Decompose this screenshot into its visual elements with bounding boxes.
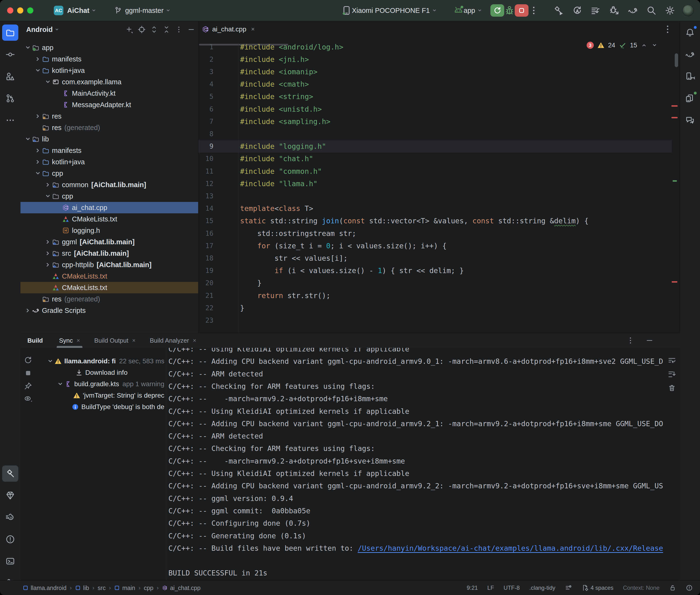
- code-line-12[interactable]: 12#include "llama.h": [198, 177, 680, 190]
- status-9-21[interactable]: 9:21: [467, 585, 478, 591]
- minus-icon[interactable]: [187, 26, 195, 34]
- chevron-down-icon[interactable]: [44, 192, 52, 200]
- branch-name[interactable]: ggml-master: [125, 7, 163, 15]
- tree-item-kotlin-java[interactable]: kotlin+java: [21, 65, 198, 76]
- code-line-15[interactable]: 15static std::string join(const std::vec…: [198, 215, 680, 227]
- project-view-selector[interactable]: Android: [26, 26, 53, 34]
- change-stripe-mark[interactable]: [673, 180, 677, 182]
- prev-problem-icon[interactable]: [640, 42, 648, 49]
- editor[interactable]: ai_chat.cpp × 1#include <android/log.h>2…: [198, 21, 680, 333]
- status-lf[interactable]: LF: [487, 585, 494, 591]
- tree-item-res[interactable]: res(generated): [21, 122, 198, 133]
- code-line-22[interactable]: 22}: [198, 302, 680, 314]
- tool-strip-project[interactable]: [2, 25, 18, 41]
- chevron-down-icon[interactable]: [34, 66, 42, 75]
- chevron-right-icon[interactable]: [44, 261, 52, 269]
- close-tab-icon[interactable]: ×: [251, 26, 255, 33]
- rerun-button[interactable]: [491, 4, 504, 17]
- build-tab-build-output[interactable]: Build Output×: [93, 333, 137, 348]
- build-tree-item[interactable]: build.gradle.ktsapp 1 warning: [21, 378, 164, 390]
- debug-button[interactable]: [504, 5, 515, 16]
- breadcrumb-main[interactable]: main: [114, 585, 135, 591]
- chevron-down-icon[interactable]: [56, 380, 64, 388]
- tool-strip-gradle[interactable]: [682, 47, 698, 63]
- build-tree-item[interactable]: llama.android: fi22 sec, 583 ms: [21, 356, 164, 367]
- code-line-20[interactable]: 20 }: [198, 277, 680, 289]
- tool-strip-resource-manager[interactable]: [2, 68, 18, 85]
- plus-dd-icon[interactable]: [125, 26, 133, 34]
- tree-item-ai-chat-cpp[interactable]: ai_chat.cpp: [21, 202, 198, 213]
- build-options-button[interactable]: [626, 336, 635, 345]
- code-line-16[interactable]: 16 std::ostringstream str;: [198, 227, 680, 239]
- build-tree-item[interactable]: 'jvmTarget: String' is deprec: [21, 390, 164, 401]
- warning-count[interactable]: 24: [608, 42, 615, 49]
- code-line-5[interactable]: 5#include <string>: [198, 90, 680, 103]
- close-tab-icon[interactable]: ×: [193, 337, 196, 344]
- tool-strip-app-quality-insights[interactable]: [2, 487, 18, 504]
- chevron-down-icon[interactable]: [44, 78, 52, 86]
- editor-scrollbar[interactable]: [675, 53, 678, 67]
- tree-item-app[interactable]: app: [21, 42, 198, 53]
- build-tab-sync[interactable]: Sync×: [58, 333, 81, 348]
- avatar[interactable]: [682, 5, 694, 16]
- device-selector[interactable]: Xiaomi POCOPHONE F1: [352, 7, 430, 15]
- stop-button[interactable]: [515, 4, 529, 17]
- apply-changes-button[interactable]: [572, 5, 582, 16]
- error-count-badge[interactable]: 3: [587, 42, 594, 49]
- chevron-right-icon[interactable]: [34, 55, 42, 63]
- build-console[interactable]: C/C++: -- Using KleidiAI optimized kerne…: [168, 333, 664, 580]
- breadcrumb-cpp[interactable]: cpp: [144, 585, 153, 591]
- close-tab-icon[interactable]: ×: [77, 337, 80, 344]
- tool-strip-running-devices[interactable]: [682, 90, 698, 107]
- tree-item-manifests[interactable]: manifests: [21, 53, 198, 65]
- build-tree-item[interactable]: BuildType 'debug' is both de: [21, 401, 164, 413]
- tree-item-messageadapter-kt[interactable]: MessageAdapter.kt: [21, 99, 198, 111]
- code-line-2[interactable]: 2#include <jni.h>: [198, 53, 680, 65]
- tree-item-lib[interactable]: lib: [21, 133, 198, 145]
- tree-item-cpp[interactable]: cpp: [21, 168, 198, 179]
- breadcrumb-llama-android[interactable]: llama.android: [23, 585, 66, 591]
- build-tab-build-analyzer[interactable]: Build Analyzer×: [149, 333, 197, 348]
- zoom-window-button[interactable]: [27, 7, 33, 13]
- settings-button[interactable]: [665, 5, 675, 16]
- code-line-23[interactable]: 23: [198, 314, 680, 327]
- tool-strip-problems[interactable]: [2, 531, 18, 547]
- passed-count[interactable]: 15: [630, 42, 637, 49]
- code-line-21[interactable]: 21 return str.str();: [198, 289, 680, 302]
- code-line-9[interactable]: 9#include "logging.h": [198, 140, 680, 152]
- code-line-4[interactable]: 4#include <cmath>: [198, 78, 680, 90]
- build-project-button[interactable]: [553, 5, 564, 16]
- tab-ai-chat-cpp[interactable]: ai_chat.cpp ×: [202, 26, 255, 33]
- chevron-right-icon[interactable]: [24, 306, 32, 314]
- chevron-down-icon[interactable]: [46, 357, 54, 365]
- code-line-13[interactable]: 13: [198, 190, 680, 202]
- project-name[interactable]: AiChat: [67, 7, 89, 15]
- tree-item-logging-h[interactable]: logging.h: [21, 225, 198, 236]
- tree-item-cmakelists-txt[interactable]: CMakeLists.txt: [21, 213, 198, 225]
- chevron-down-icon[interactable]: [24, 44, 32, 52]
- tree-item-common[interactable]: common[AiChat.lib.main]: [21, 179, 198, 191]
- breadcrumb-src[interactable]: src: [97, 585, 106, 591]
- next-problem-icon[interactable]: [651, 42, 658, 49]
- error-stripe-mark[interactable]: [671, 105, 678, 107]
- code-line-3[interactable]: 3#include <iomanip>: [198, 65, 680, 78]
- gradle-sync-button[interactable]: [627, 5, 638, 16]
- tool-strip-build[interactable]: [2, 465, 18, 482]
- status-inspect[interactable]: [686, 584, 693, 591]
- error-stripe-mark[interactable]: [671, 117, 678, 118]
- chevron-right-icon[interactable]: [44, 238, 52, 246]
- kebab-icon[interactable]: [175, 26, 183, 34]
- chevron-right-icon[interactable]: [44, 181, 52, 189]
- chevron-right-icon[interactable]: [34, 112, 42, 120]
- tree-item-kotlin-java[interactable]: kotlin+java: [21, 156, 198, 168]
- code-line-19[interactable]: 19 if (i < values.size() - 1) { str << d…: [198, 264, 680, 277]
- status-utf-8[interactable]: UTF-8: [504, 585, 520, 591]
- tool-strip-commit[interactable]: [2, 47, 18, 63]
- attach-debugger-button[interactable]: [609, 5, 619, 16]
- more-actions-button[interactable]: [529, 5, 539, 16]
- tool-strip-gemini[interactable]: [682, 112, 698, 128]
- code-line-14[interactable]: 14template<class T>: [198, 202, 680, 215]
- soft-wrap-icon[interactable]: [668, 356, 676, 365]
- tree-item-src[interactable]: src[AiChat.lib.main]: [21, 248, 198, 259]
- tree-item-ggml[interactable]: ggml[AiChat.lib.main]: [21, 236, 198, 248]
